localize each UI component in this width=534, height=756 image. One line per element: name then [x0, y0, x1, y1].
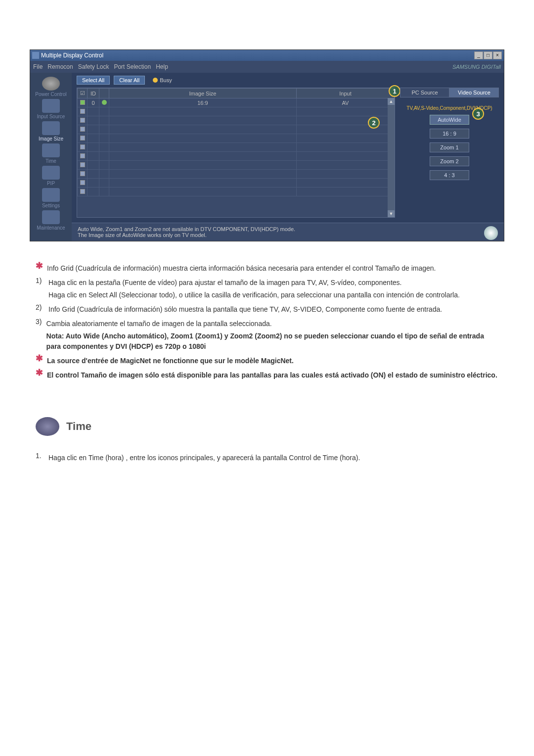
- sidebar-item-maintenance[interactable]: Maintenance: [32, 210, 70, 231]
- doc-star-row: ✱ Info Grid (Cuadrícula de información) …: [36, 261, 498, 276]
- star-icon: ✱: [36, 368, 43, 377]
- row-checkbox[interactable]: [80, 109, 85, 114]
- col-status: [99, 89, 109, 98]
- col-input: Input: [296, 89, 394, 98]
- input-icon: [42, 99, 60, 113]
- app-icon: [32, 52, 39, 59]
- power-icon: [42, 77, 60, 91]
- pip-icon: [42, 166, 60, 180]
- close-button[interactable]: ×: [493, 51, 502, 59]
- sidebar-item-input-source[interactable]: Input Source: [32, 99, 70, 119]
- titlebar: Multiple Display Control _ □ ×: [30, 50, 504, 61]
- app-window: Multiple Display Control _ □ × File Remo…: [30, 49, 504, 241]
- mode-4-3[interactable]: 4 : 3: [430, 170, 469, 180]
- table-row[interactable]: [78, 116, 395, 125]
- table-row[interactable]: [78, 170, 395, 179]
- time-icon: [36, 417, 59, 436]
- row-checkbox[interactable]: [80, 144, 85, 149]
- doc-star1: La source d'entrée de MagicNet ne foncti…: [47, 356, 294, 366]
- info-grid: ☑ ID Image Size Input 0 16:9: [77, 88, 395, 218]
- doc-row: 2) Info Grid (Cuadrícula de información)…: [36, 302, 498, 317]
- table-row[interactable]: [78, 152, 395, 161]
- doc-p2: Info Grid (Cuadrícula de información) só…: [48, 304, 442, 315]
- menu-help[interactable]: Help: [156, 63, 168, 70]
- doc-star-row: ✱ La source d'entrée de MagicNet ne fonc…: [36, 354, 498, 368]
- col-check[interactable]: ☑: [78, 89, 88, 98]
- clear-all-button[interactable]: Clear All: [114, 76, 145, 85]
- doc-p3: Cambia aleatoriamente el tamaño de image…: [46, 319, 498, 329]
- col-image-size: Image Size: [109, 89, 297, 98]
- minimize-button[interactable]: _: [474, 51, 483, 59]
- gear-icon: [42, 188, 60, 202]
- callout-1: 1: [389, 85, 400, 97]
- sidebar-item-image-size[interactable]: Image Size: [32, 121, 70, 142]
- row-checkbox[interactable]: [80, 127, 85, 132]
- col-id: ID: [88, 89, 99, 98]
- callout-2: 2: [368, 117, 380, 129]
- table-row[interactable]: [78, 107, 395, 116]
- status-dot-icon: [102, 100, 107, 105]
- mode-autowide[interactable]: AutoWide: [430, 115, 469, 125]
- right-panel: PC Source Video Source TV,AV,S-Video,Com…: [400, 88, 499, 218]
- section-title: Time: [66, 420, 91, 433]
- table-row[interactable]: [78, 161, 395, 170]
- table-row[interactable]: [78, 143, 395, 152]
- mode-16-9[interactable]: 16 : 9: [430, 129, 469, 139]
- menu-port-selection[interactable]: Port Selection: [114, 63, 151, 70]
- table-row[interactable]: [78, 125, 395, 134]
- row-checkbox[interactable]: [80, 189, 85, 194]
- tab-video-source[interactable]: Video Source: [449, 88, 499, 97]
- doc-p1b: Haga clic en Select All (Seleccionar tod…: [48, 290, 460, 300]
- scroll-up-icon[interactable]: ▲: [388, 98, 395, 105]
- status-text-2: The Image size of AutoWide works only on…: [78, 232, 295, 238]
- doc-p1a: Haga clic en la pestaña (Fuente de vídeo…: [48, 278, 460, 288]
- mode-zoom1[interactable]: Zoom 1: [430, 142, 469, 152]
- section-body: Haga clic en Time (hora) , entre los ico…: [48, 453, 360, 463]
- scroll-down-icon[interactable]: ▼: [388, 210, 395, 217]
- select-all-button[interactable]: Select All: [77, 76, 110, 85]
- row-checkbox[interactable]: [80, 162, 85, 167]
- section-time: Time: [36, 417, 504, 436]
- menu-safety-lock[interactable]: Safety Lock: [78, 63, 109, 70]
- doc-star-row: ✱ El control Tamaño de imagen sólo está …: [36, 368, 498, 382]
- status-text-1: Auto Wide, Zoom1 and Zoom2 are not avail…: [78, 226, 295, 232]
- tab-pc-source[interactable]: PC Source: [400, 88, 449, 97]
- table-row[interactable]: [78, 179, 395, 188]
- star-icon: ✱: [36, 354, 43, 363]
- doc-row: 3) Cambia aleatoriamente el tamaño de im…: [36, 317, 498, 354]
- doc-p3n: Nota: Auto Wide (Ancho automático), Zoom…: [46, 331, 498, 352]
- busy-dot-icon: [153, 78, 158, 83]
- menubar: File Remocon Safety Lock Port Selection …: [30, 61, 504, 73]
- row-checkbox[interactable]: [80, 180, 85, 185]
- row-checkbox[interactable]: [80, 100, 85, 105]
- table-row[interactable]: [78, 134, 395, 143]
- busy-indicator: Busy: [153, 77, 172, 83]
- mode-zoom2[interactable]: Zoom 2: [430, 156, 469, 166]
- maintenance-icon: [42, 210, 60, 224]
- row-checkbox[interactable]: [80, 118, 85, 123]
- callout-3: 3: [472, 108, 484, 120]
- table-row[interactable]: 0 16:9 AV: [78, 98, 395, 107]
- toolbar: Select All Clear All Busy: [72, 73, 504, 88]
- sidebar-item-pip[interactable]: PIP: [32, 166, 70, 186]
- scrollbar-vertical[interactable]: ▲ ▼: [388, 98, 395, 217]
- maximize-button[interactable]: □: [484, 51, 492, 59]
- table-row[interactable]: [78, 188, 395, 196]
- row-checkbox[interactable]: [80, 171, 85, 176]
- window-title: Multiple Display Control: [41, 52, 103, 59]
- doc-body: ✱ Info Grid (Cuadrícula de información) …: [36, 261, 498, 382]
- menu-remocon[interactable]: Remocon: [47, 63, 73, 70]
- star-icon: ✱: [36, 261, 43, 270]
- doc-row: 1. Haga clic en Time (hora) , entre los …: [36, 451, 498, 465]
- sidebar: Power Control Input Source Image Size Ti…: [30, 73, 72, 241]
- row-checkbox[interactable]: [80, 153, 85, 158]
- sidebar-item-power-control[interactable]: Power Control: [32, 77, 70, 97]
- menu-file[interactable]: File: [33, 63, 43, 70]
- status-bar: Auto Wide, Zoom1 and Zoom2 are not avail…: [72, 223, 504, 241]
- doc-row: 1) Haga clic en la pestaña (Fuente de ví…: [36, 276, 498, 302]
- sidebar-item-settings[interactable]: Settings: [32, 188, 70, 208]
- brand-label: SAMSUNG DIGITall: [452, 64, 501, 70]
- row-checkbox[interactable]: [80, 136, 85, 141]
- time-icon: [42, 143, 60, 157]
- sidebar-item-time[interactable]: Time: [32, 143, 70, 164]
